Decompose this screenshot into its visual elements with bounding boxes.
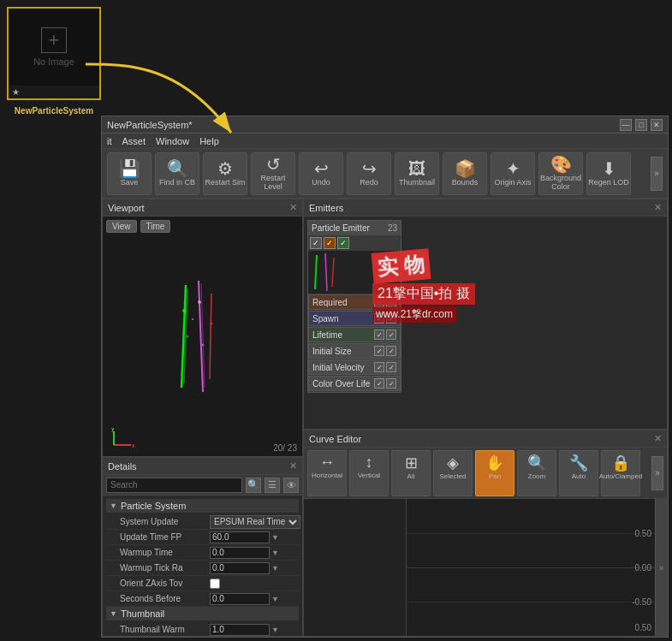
- initial-size-check1[interactable]: ✓: [374, 346, 384, 356]
- thumbnail-section[interactable]: ▼ Thumbnail: [106, 607, 299, 620]
- warmup-tick-arrow[interactable]: ▼: [271, 564, 279, 573]
- grid-label-000: 0.00: [635, 563, 651, 573]
- viewport-coords: 20/ 23: [273, 443, 297, 453]
- update-time-arrow[interactable]: ▼: [271, 533, 279, 542]
- curve-canvas[interactable]: 0.50 0.00 -0.50 0.50: [407, 499, 655, 636]
- menu-bar: it Asset Window Help: [102, 134, 668, 149]
- maximize-button[interactable]: □: [635, 119, 647, 131]
- update-time-input[interactable]: [210, 531, 270, 543]
- seconds-before-input[interactable]: [210, 593, 270, 605]
- curve-vertical-button[interactable]: ↕ Vertical: [349, 450, 389, 496]
- emitters-close[interactable]: ✕: [654, 202, 662, 213]
- particle-visual: [169, 276, 237, 396]
- filter-icon-btn[interactable]: ☰: [265, 478, 280, 493]
- curve-expander[interactable]: »: [655, 499, 667, 636]
- origin-axis-button[interactable]: ✦ Origin Axis: [491, 152, 535, 195]
- svg-point-6: [182, 309, 186, 312]
- close-button[interactable]: ✕: [651, 119, 663, 131]
- menu-item-help[interactable]: Help: [199, 136, 219, 146]
- thumbnail-warm-input[interactable]: [210, 624, 270, 636]
- toolbar-expander[interactable]: »: [651, 157, 663, 191]
- bounds-button[interactable]: 📦 Bounds: [443, 152, 487, 195]
- thumbnail-warm-arrow[interactable]: ▼: [271, 626, 279, 634]
- lifetime-checks: ✓ ✓: [374, 329, 396, 340]
- auto-label: Auto: [572, 473, 586, 481]
- system-update-select[interactable]: EPSUM Real Time: [210, 515, 300, 529]
- system-update-row: System Update EPSUM Real Time: [106, 514, 299, 530]
- origin-axis-label: Origin Axis: [494, 179, 531, 187]
- spawn-check1[interactable]: ✓: [374, 313, 384, 323]
- emitter-module-initial-size: Initial Size ✓ ✓: [308, 343, 401, 359]
- menu-item-asset[interactable]: Asset: [122, 136, 146, 146]
- save-button[interactable]: 💾 Save: [107, 152, 152, 195]
- restart-level-button[interactable]: ↺ Restart Level: [251, 152, 295, 195]
- auto-clamped-label: Auto/Clamped: [599, 473, 643, 481]
- curve-toolbar-expander[interactable]: »: [651, 456, 663, 490]
- curve-horizontal-button[interactable]: ↔ Horizontal: [307, 450, 347, 496]
- regen-lod-button[interactable]: ⬇ Regen LOD: [586, 152, 631, 195]
- seconds-before-arrow[interactable]: ▼: [271, 595, 279, 603]
- menu-item-it[interactable]: it: [107, 136, 112, 146]
- minimize-button[interactable]: —: [620, 119, 632, 131]
- thumbnail-label: Thumbnail: [399, 179, 435, 187]
- spawn-check2[interactable]: ✓: [386, 313, 396, 323]
- save-label: Save: [121, 179, 139, 187]
- restart-sim-button[interactable]: ⚙ Restart Sim: [203, 152, 247, 195]
- initial-velocity-check2[interactable]: ✓: [386, 362, 396, 372]
- curve-content: 0.50 0.00 -0.50 0.50 »: [304, 499, 667, 636]
- time-button[interactable]: Time: [140, 220, 171, 233]
- update-time-row: Update Time FP ▼: [106, 530, 299, 545]
- undo-button[interactable]: ↩ Undo: [299, 152, 343, 195]
- curve-toolbar: ↔ Horizontal ↕ Vertical ⊞ All ◈ Selected: [304, 448, 667, 499]
- details-panel: Details ✕ 🔍 ☰ 👁 ▼ Particle System: [102, 457, 303, 637]
- curve-all-button[interactable]: ⊞ All: [391, 450, 431, 496]
- required-check2[interactable]: ✓: [386, 297, 396, 307]
- emitter-icon-check2[interactable]: ✓: [324, 237, 336, 249]
- search-icon-btn[interactable]: 🔍: [246, 478, 261, 493]
- curve-auto-clamped-button[interactable]: 🔒 Auto/Clamped: [601, 450, 640, 496]
- emitter-icon-check1[interactable]: ✓: [310, 237, 322, 249]
- particle-system-section[interactable]: ▼ Particle System: [106, 499, 299, 513]
- selected-icon: ◈: [447, 454, 459, 472]
- svg-line-5: [210, 294, 211, 379]
- details-search-input[interactable]: [106, 478, 242, 493]
- curve-editor-close[interactable]: ✕: [654, 433, 662, 444]
- required-check1[interactable]: ✓: [374, 297, 384, 307]
- emitter-card-header: Particle Emitter 23: [308, 221, 401, 235]
- background-color-button[interactable]: 🎨 Background Color: [538, 152, 583, 195]
- curve-pan-button[interactable]: ✋ Pan: [475, 450, 514, 496]
- lifetime-check2[interactable]: ✓: [386, 329, 396, 340]
- thumbnail-footer: ★: [9, 86, 99, 98]
- view-button[interactable]: View: [106, 220, 137, 233]
- initial-velocity-checks: ✓ ✓: [374, 362, 396, 372]
- viewport-close[interactable]: ✕: [289, 202, 297, 213]
- thumbnail-button[interactable]: 🖼 Thumbnail: [395, 152, 439, 195]
- curve-zoom-button[interactable]: 🔍 Zoom: [517, 450, 556, 496]
- find-in-cb-button[interactable]: 🔍 Find in CB: [155, 152, 199, 195]
- emitter-content: Particle Emitter 23 ✓ ✓ ✓: [304, 217, 667, 429]
- viewport-title: Viewport: [108, 203, 145, 213]
- initial-size-check2[interactable]: ✓: [386, 346, 396, 356]
- emitter-icon-check3[interactable]: ✓: [337, 237, 349, 249]
- curve-selected-button[interactable]: ◈ Selected: [433, 450, 473, 496]
- eye-icon-btn[interactable]: 👁: [283, 478, 299, 493]
- color-over-life-check1[interactable]: ✓: [374, 378, 384, 389]
- warmup-tick-input[interactable]: [210, 562, 270, 574]
- editor-window: NewParticleSystem* — □ ✕ it Asset Window…: [101, 116, 669, 638]
- redo-button[interactable]: ↪ Redo: [347, 152, 391, 195]
- warmup-time-input[interactable]: [210, 547, 270, 559]
- viewport-content[interactable]: View Time: [103, 217, 302, 456]
- initial-velocity-check1[interactable]: ✓: [374, 362, 384, 372]
- color-over-life-check2[interactable]: ✓: [386, 378, 396, 389]
- curve-auto-button[interactable]: 🔧 Auto: [559, 450, 598, 496]
- menu-item-window[interactable]: Window: [156, 136, 189, 146]
- regen-lod-label: Regen LOD: [588, 179, 629, 187]
- warmup-time-arrow[interactable]: ▼: [271, 549, 279, 557]
- lifetime-check1[interactable]: ✓: [374, 329, 384, 340]
- find-label: Find in CB: [159, 179, 195, 187]
- horizontal-icon: ↔: [319, 454, 335, 472]
- orient-zaxis-checkbox[interactable]: [210, 579, 220, 589]
- initial-size-checks: ✓ ✓: [374, 346, 396, 356]
- details-close[interactable]: ✕: [289, 460, 297, 472]
- svg-point-8: [198, 300, 201, 304]
